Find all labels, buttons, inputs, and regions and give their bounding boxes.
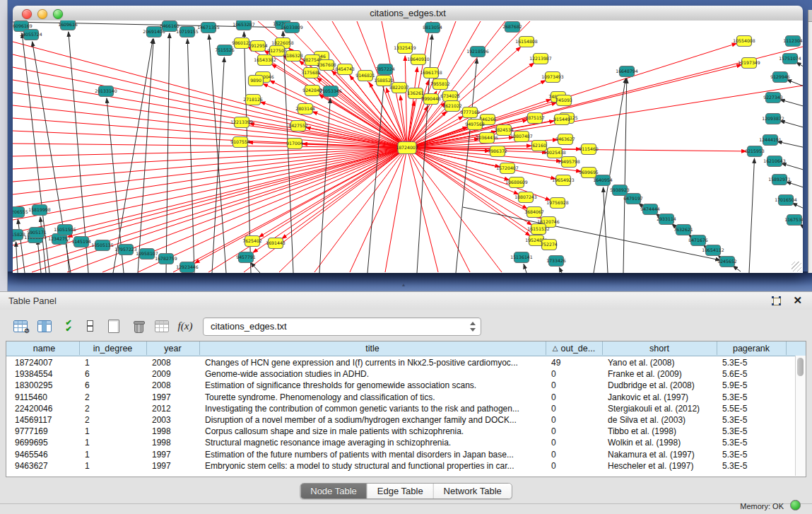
column-header-short[interactable]: short <box>602 341 717 355</box>
table-cell[interactable]: 5.3E-5 <box>717 437 786 448</box>
table-row[interactable]: 1456911722003Disruption of a novel membe… <box>6 414 796 426</box>
table-cell[interactable]: 18300295 <box>9 380 79 391</box>
table-cell[interactable]: 0 <box>546 449 602 460</box>
table-settings-icon[interactable]: ⚙ <box>11 317 30 335</box>
graph-node[interactable]: 745093 <box>555 95 572 106</box>
graph-node[interactable]: 8813054 <box>423 23 442 33</box>
table-cell[interactable]: 0 <box>546 414 602 426</box>
table-cell[interactable]: 5.5E-5 <box>717 403 786 414</box>
close-panel-icon[interactable]: ✕ <box>793 294 802 307</box>
graph-node[interactable]: 7625402 <box>242 236 262 247</box>
graph-node[interactable]: 7857224 <box>375 64 395 75</box>
graph-node[interactable]: 3175685 <box>301 68 321 78</box>
network-window[interactable]: citations_edges.txt 16096169240557241609… <box>13 6 803 273</box>
table-cell[interactable]: Corpus callosum shape and size in male p… <box>199 426 546 437</box>
table-row[interactable]: 977716911998Corpus callosum shape and si… <box>6 426 796 437</box>
table-cell[interactable]: 1997 <box>146 392 199 403</box>
table-cell[interactable]: Yano et al. (2008) <box>602 357 717 368</box>
graph-node[interactable]: 8186328 <box>283 51 303 62</box>
graph-node[interactable]: 9227343 <box>763 93 783 103</box>
close-window-button[interactable] <box>22 9 32 19</box>
table-cell[interactable]: 1997 <box>146 449 199 460</box>
graph-node[interactable]: 1691443 <box>266 238 286 249</box>
graph-node[interactable]: 7515526 <box>215 45 235 56</box>
tab-edge-table[interactable]: Edge Table <box>367 484 434 498</box>
network-window-titlebar[interactable]: citations_edges.txt <box>13 6 803 21</box>
graph-node[interactable]: 9915828 <box>13 230 25 240</box>
table-row[interactable]: 2242004622012Investigating the contribut… <box>6 403 796 414</box>
table-cell[interactable]: 0 <box>546 426 602 437</box>
graph-node[interactable]: 1621022 <box>442 101 462 112</box>
table-row[interactable]: 1872400712008Changes of HCN gene express… <box>6 357 796 368</box>
graph-node[interactable]: 15751074 <box>779 54 801 64</box>
table-row[interactable]: 1938455462009Genome-wide association stu… <box>6 368 796 380</box>
table-cell[interactable]: Stergiakouli et al. (2012) <box>602 403 717 414</box>
zoom-window-button[interactable] <box>53 9 63 19</box>
graph-node[interactable]: 917004 <box>286 139 303 149</box>
graph-node[interactable]: 13325419 <box>394 43 416 54</box>
table-cell[interactable]: 5.3E-5 <box>717 449 786 460</box>
graph-node[interactable]: 2803144 <box>295 104 315 115</box>
table-cell[interactable]: Dudbridge et al. (2008) <box>602 380 717 391</box>
graph-node[interactable]: 15892971 <box>768 175 791 185</box>
graph-node[interactable]: 9146821 <box>355 71 375 81</box>
table-cell[interactable]: Embryonic stem cells: a model to study s… <box>199 460 546 472</box>
table-cell[interactable]: Changes of HCN gene expression and I(f) … <box>199 357 546 368</box>
graph-node[interactable]: 915449 <box>553 115 570 125</box>
table-cell[interactable]: 2 <box>79 392 146 403</box>
float-panel-icon[interactable] <box>772 296 781 305</box>
column-header-pagerank[interactable]: pagerank <box>717 341 787 355</box>
table-cell[interactable]: Tourette syndrome. Phenomenology and cla… <box>199 392 546 403</box>
graph-node[interactable]: 10719155 <box>176 27 199 37</box>
table-cell[interactable]: 19384554 <box>9 368 79 380</box>
graph-node[interactable]: 1112304 <box>783 36 803 47</box>
graph-node[interactable]: 9242848 <box>302 86 322 96</box>
column-header-year[interactable]: year <box>146 341 200 355</box>
graph-node[interactable]: 19756928 <box>546 198 569 209</box>
graph-node[interactable]: 2687682 <box>502 22 522 33</box>
graph-node[interactable]: 2933114 <box>657 214 676 225</box>
table-cell[interactable]: 49 <box>546 357 602 368</box>
table-cell[interactable]: 0 <box>546 392 602 403</box>
graph-node[interactable]: 8427552 <box>288 121 308 132</box>
table-cell[interactable]: 0 <box>546 380 602 391</box>
table-cell[interactable]: 5.6E-5 <box>717 368 786 380</box>
graph-node[interactable]: 9777169 <box>460 107 480 118</box>
select-rows-icon[interactable]: ✔✔ <box>59 317 78 335</box>
table-cell[interactable]: 1 <box>79 426 146 437</box>
table-cell[interactable]: 18724007 <box>9 357 79 368</box>
table-row[interactable]: 969969511998Structural magnetic resonanc… <box>6 437 796 448</box>
table-row[interactable]: 1830029562008Estimation of significance … <box>6 380 796 391</box>
graph-node[interactable]: 9890 <box>249 76 264 86</box>
graph-node[interactable]: 12213987 <box>529 54 552 64</box>
table-cell[interactable]: 9465546 <box>9 449 79 460</box>
create-table-icon[interactable] <box>105 317 123 335</box>
graph-node[interactable]: 10554008 <box>733 36 755 47</box>
table-cell[interactable]: 22420046 <box>9 403 79 414</box>
memory-ok-indicator[interactable] <box>790 500 801 510</box>
graph-node[interactable]: 8215953 <box>745 146 765 157</box>
table-cell[interactable]: 2 <box>79 414 146 426</box>
table-cell[interactable]: Wolkin et al. (1998) <box>602 437 717 448</box>
table-cell[interactable]: 9699695 <box>9 437 79 448</box>
graph-node[interactable]: 16961758 <box>420 68 442 78</box>
graph-node[interactable]: 7955812 <box>430 79 450 90</box>
graph-node[interactable]: 15136141 <box>510 252 533 263</box>
minimize-window-button[interactable] <box>37 9 47 19</box>
table-cell[interactable]: 0 <box>546 460 602 472</box>
graph-node[interactable]: 5905171 <box>27 228 47 238</box>
graph-node[interactable]: 3684067 <box>524 207 544 218</box>
table-cell[interactable]: 2009 <box>146 368 199 380</box>
graph-node[interactable]: 26206555 <box>13 207 28 218</box>
graph-node[interactable]: 12093872 <box>762 114 784 124</box>
table-cell[interactable]: 6 <box>79 380 146 391</box>
graph-node[interactable]: 10688609 <box>505 177 528 188</box>
window-resize-grip[interactable] <box>792 262 801 271</box>
table-cell[interactable]: 2008 <box>146 380 199 391</box>
column-header-in_degree[interactable]: in_degree <box>79 341 147 355</box>
table-cell[interactable]: 5.9E-5 <box>717 380 786 391</box>
graph-node[interactable]: 1167534 <box>784 215 803 226</box>
table-cell[interactable]: 1 <box>79 460 146 472</box>
table-cell[interactable]: Jankovic et al. (1997) <box>602 392 717 403</box>
table-cell[interactable]: 9777169 <box>9 426 79 437</box>
